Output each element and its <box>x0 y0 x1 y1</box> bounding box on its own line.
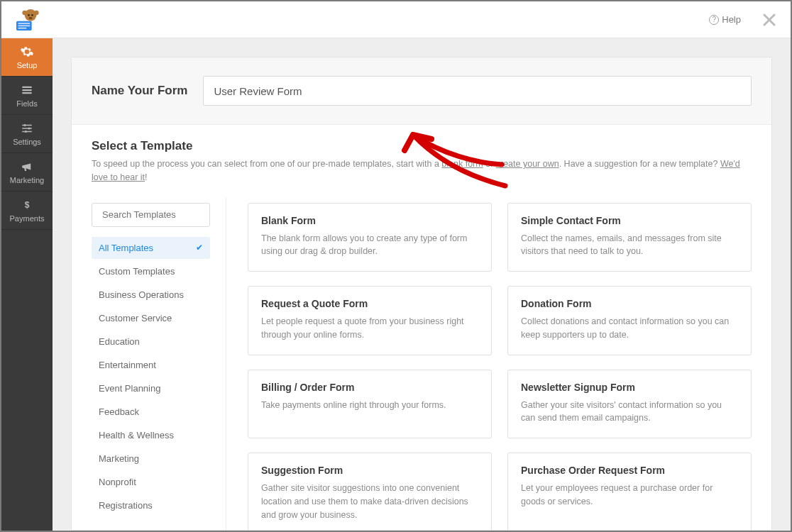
close-icon <box>763 13 776 26</box>
rail-label: Settings <box>13 138 41 146</box>
template-desc: Let people request a quote from your bus… <box>261 315 478 342</box>
rail-item-fields[interactable]: Fields <box>1 77 53 115</box>
left-rail: Setup Fields Settings Marketing <box>1 38 53 531</box>
template-desc: Gather site visitor suggestions into one… <box>261 482 478 521</box>
svg-point-16 <box>24 124 26 126</box>
svg-point-4 <box>31 14 33 16</box>
svg-point-0 <box>25 9 37 21</box>
category-entertainment[interactable]: Entertainment <box>92 354 210 376</box>
category-label: Marketing <box>99 453 139 464</box>
svg-rect-10 <box>22 86 32 87</box>
template-title: Purchase Order Request Form <box>521 465 738 476</box>
category-label: Health & Wellness <box>99 430 174 440</box>
template-desc: The blank form allows you to create any … <box>261 232 478 259</box>
rail-item-payments[interactable]: $ Payments <box>1 192 53 230</box>
svg-rect-12 <box>22 92 32 94</box>
search-templates[interactable] <box>92 203 210 227</box>
template-desc: Collect donations and contact informatio… <box>521 315 738 342</box>
template-card-simple-contact-form[interactable]: Simple Contact Form Collect the names, e… <box>507 203 752 272</box>
svg-rect-8 <box>18 25 31 26</box>
blank-form-link[interactable]: blank form <box>441 159 483 169</box>
rail-label: Payments <box>10 214 45 223</box>
svg-point-3 <box>28 14 30 16</box>
template-title: Simple Contact Form <box>521 215 738 226</box>
svg-rect-11 <box>22 89 32 90</box>
svg-point-17 <box>28 127 31 129</box>
select-template-heading: Select a Template <box>92 139 752 153</box>
category-label: Feedback <box>99 406 139 417</box>
help-icon: ? <box>709 15 719 25</box>
category-label: Event Planning <box>99 383 160 394</box>
rail-item-marketing[interactable]: Marketing <box>1 153 53 192</box>
app-logo <box>11 6 43 34</box>
template-card-donation-form[interactable]: Donation Form Collect donations and cont… <box>507 286 752 355</box>
search-input[interactable] <box>102 209 221 220</box>
template-card-newsletter-signup-form[interactable]: Newsletter Signup Form Gather your site … <box>507 370 752 439</box>
help-label: Help <box>722 14 741 25</box>
category-event-planning[interactable]: Event Planning <box>92 377 210 399</box>
bullhorn-icon <box>19 160 35 173</box>
svg-point-2 <box>34 10 39 15</box>
svg-rect-14 <box>22 128 32 129</box>
svg-point-5 <box>29 17 33 19</box>
check-icon: ✔ <box>196 243 203 253</box>
template-desc: Collect the names, emails, and messages … <box>521 232 738 259</box>
rail-label: Setup <box>17 61 38 70</box>
category-label: Customer Service <box>99 313 172 323</box>
category-feedback[interactable]: Feedback <box>92 401 210 423</box>
category-all-templates[interactable]: All Templates ✔ <box>92 237 210 259</box>
category-education[interactable]: Education <box>92 331 210 353</box>
help-link[interactable]: ? Help <box>703 10 747 29</box>
category-label: Custom Templates <box>99 266 175 277</box>
fields-icon <box>19 84 35 96</box>
dollar-icon: $ <box>19 199 35 211</box>
template-card-request-a-quote-form[interactable]: Request a Quote Form Let people request … <box>248 286 492 355</box>
template-title: Suggestion Form <box>261 465 478 476</box>
select-template-helper: To speed up the process you can select f… <box>72 157 771 197</box>
category-label: All Templates <box>99 243 153 253</box>
template-card-purchase-order-request-form[interactable]: Purchase Order Request Form Let your emp… <box>507 453 752 530</box>
category-label: Business Operations <box>99 289 184 300</box>
svg-point-18 <box>25 131 27 133</box>
rail-label: Fields <box>16 99 37 108</box>
category-registrations[interactable]: Registrations <box>92 494 210 516</box>
category-health-wellness[interactable]: Health & Wellness <box>92 424 210 446</box>
form-name-label: Name Your Form <box>92 84 187 98</box>
rail-item-settings[interactable]: Settings <box>1 115 53 153</box>
category-label: Registrations <box>99 500 153 511</box>
category-business-operations[interactable]: Business Operations <box>92 284 210 306</box>
close-button[interactable] <box>755 6 783 34</box>
template-card-suggestion-form[interactable]: Suggestion Form Gather site visitor sugg… <box>248 453 492 530</box>
create-your-own-link[interactable]: create your own <box>496 159 559 169</box>
svg-point-1 <box>22 10 27 15</box>
category-list: All Templates ✔ Custom Templates Busines… <box>92 237 210 516</box>
template-title: Request a Quote Form <box>261 298 478 309</box>
gear-icon <box>19 45 35 58</box>
template-card-billing-order-form[interactable]: Billing / Order Form Take payments onlin… <box>248 370 492 439</box>
template-title: Donation Form <box>521 298 738 309</box>
template-desc: Gather your site visitors' contact infor… <box>521 399 738 426</box>
category-label: Entertainment <box>99 360 156 370</box>
category-customer-service[interactable]: Customer Service <box>92 307 210 329</box>
category-label: Education <box>99 336 140 347</box>
category-nonprofit[interactable]: Nonprofit <box>92 471 210 493</box>
category-marketing[interactable]: Marketing <box>92 448 210 470</box>
template-title: Newsletter Signup Form <box>521 382 738 393</box>
category-label: Nonprofit <box>99 477 136 487</box>
template-title: Billing / Order Form <box>261 382 478 393</box>
template-desc: Take payments online right through your … <box>261 399 478 412</box>
svg-rect-13 <box>22 124 32 126</box>
svg-text:$: $ <box>25 199 30 209</box>
template-title: Blank Form <box>261 215 478 226</box>
template-card-blank-form[interactable]: Blank Form The blank form allows you to … <box>248 203 492 272</box>
svg-rect-7 <box>18 23 31 24</box>
template-desc: Let your employees request a purchase or… <box>521 482 738 509</box>
form-name-input[interactable] <box>203 76 752 106</box>
category-custom-templates[interactable]: Custom Templates <box>92 260 210 282</box>
sliders-icon <box>19 122 35 135</box>
svg-rect-9 <box>18 27 27 28</box>
rail-item-setup[interactable]: Setup <box>1 38 53 77</box>
rail-label: Marketing <box>10 176 44 184</box>
